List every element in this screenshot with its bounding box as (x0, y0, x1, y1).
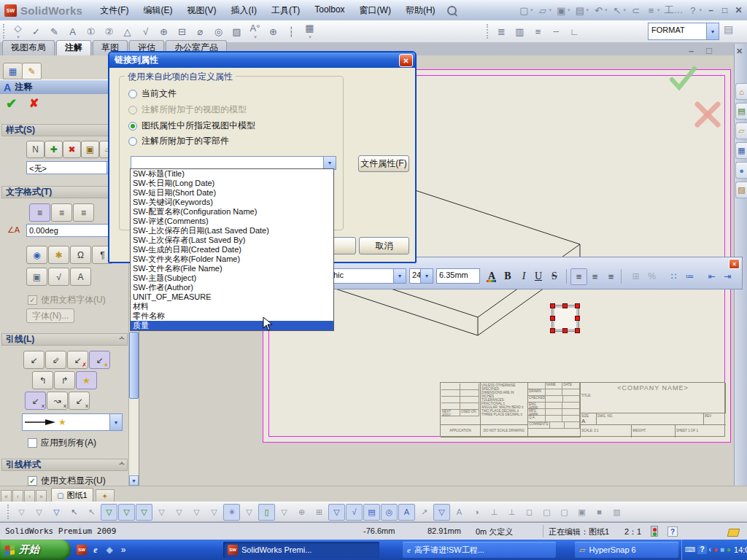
file-properties-button[interactable]: 文件属性(F) (358, 155, 409, 172)
angle-field[interactable]: 0.00deg (26, 224, 120, 237)
save-favorite-icon[interactable]: ▣ (81, 141, 99, 158)
menu-item-1[interactable]: 编辑(E) (136, 2, 180, 19)
chevron-down-icon[interactable]: ▾ (706, 23, 719, 39)
align-center-button[interactable]: ≡ (587, 268, 603, 285)
filter-surface-icon[interactable]: ▽ (328, 504, 345, 521)
arrow-style-combo[interactable]: ★ ▾ (22, 413, 123, 431)
document-restore-icon[interactable]: □ (706, 45, 712, 56)
invert-selection-icon[interactable]: ↖ (83, 504, 100, 521)
search-icon[interactable] (447, 6, 457, 15)
view-palette-icon[interactable]: ▦ (735, 142, 747, 159)
add-favorite-icon[interactable]: ✚ (44, 141, 63, 158)
align-left-icon[interactable]: ≡ (29, 203, 50, 222)
last-sheet-icon[interactable]: » (36, 490, 47, 502)
align-left-button[interactable]: ≡ (570, 268, 587, 285)
restore-button[interactable]: □ (719, 5, 731, 15)
chevron-down-icon[interactable]: ▾ (393, 269, 406, 283)
tag-icon[interactable] (727, 529, 740, 537)
display-tray-icon[interactable]: ● (727, 546, 731, 553)
property-list-item[interactable]: SW-标题(Title) (131, 169, 333, 179)
line-thickness-icon[interactable]: ≡ (529, 23, 547, 40)
menu-item-6[interactable]: 窗口(W) (352, 2, 398, 19)
no-leader-icon[interactable]: ↙✗ (67, 351, 88, 369)
chevron-down-icon[interactable]: ▾ (309, 34, 311, 40)
next-sheet-icon[interactable]: › (24, 490, 35, 502)
property-list-item[interactable]: SW-关键词(Keywords) (131, 198, 333, 207)
delete-favorite-icon[interactable]: ✖ (63, 141, 81, 158)
filter-leader-icon[interactable]: ↗ (416, 504, 433, 521)
propertymanager-tab[interactable]: ✎ (22, 63, 42, 79)
custom-properties-icon[interactable]: ▨ (735, 182, 747, 198)
scrollbar-thumb[interactable] (129, 332, 139, 399)
view-hlr-icon[interactable]: ▢ (556, 504, 573, 521)
filter-text-icon[interactable]: A (398, 504, 415, 521)
property-list-item[interactable]: SW-评述(Comments) (131, 217, 333, 226)
hole-callout-icon[interactable]: ⌀ (191, 23, 209, 40)
bent-leader-right-icon[interactable]: ↱ (54, 371, 75, 389)
surface-finish-icon[interactable]: △ (118, 23, 136, 40)
filter-plane-icon[interactable]: ▽ (188, 504, 205, 521)
filter-target-icon[interactable]: ⊥ (503, 504, 520, 521)
property-list-item[interactable]: SW-文件夹名称(Folder Name) (131, 254, 333, 264)
align-right-icon[interactable]: ≡ (73, 203, 94, 222)
view-hlv-icon[interactable]: ▢ (538, 504, 555, 521)
filter-datum-icon[interactable]: ⊥ (486, 504, 503, 521)
chevron-down-icon[interactable]: ▾ (623, 7, 626, 13)
border-icon[interactable]: ▣ (26, 268, 47, 286)
tab-视图布局[interactable]: 视图布局 (2, 40, 55, 55)
quick-more-icon[interactable]: » (117, 544, 129, 556)
property-list-item[interactable]: SW-作者(Author) (131, 283, 333, 292)
filter-faces-icon[interactable]: ▽ (136, 504, 152, 521)
style-combo[interactable]: <无> ▾ (26, 161, 120, 174)
property-list-item[interactable]: 材料 (131, 302, 333, 311)
outdent-icon[interactable]: ⇤ (704, 268, 719, 284)
minimize-button[interactable]: – (705, 5, 717, 15)
all-filters-icon[interactable]: ▽ (48, 504, 65, 521)
format-painter-icon[interactable]: ✎ (45, 23, 63, 40)
quick-tips-icon[interactable]: ? (667, 526, 678, 537)
document-minimize-icon[interactable]: – (689, 45, 694, 56)
quick-ie-icon[interactable]: e (90, 544, 101, 556)
filter-weld-icon[interactable]: ▽ (433, 504, 450, 521)
menu-item-3[interactable]: 插入(I) (224, 2, 264, 19)
first-sheet-icon[interactable]: « (1, 490, 12, 502)
security-tray-icon[interactable]: ● (713, 546, 718, 553)
chevron-down-icon[interactable]: ▾ (699, 7, 702, 13)
save-icon[interactable]: ▣▾ (554, 4, 572, 17)
radio-option-1[interactable]: 注解所附加于的视图的模型 (128, 104, 247, 115)
centerline-icon[interactable]: ┆ (282, 23, 301, 40)
taskbar-task-2[interactable]: ▱HyperSnap 6 (575, 542, 678, 558)
taskbar-task-1[interactable]: e高手请进!SW工程... (403, 542, 556, 558)
font-button[interactable]: 字体(N)... (26, 308, 74, 323)
filter-axis-icon[interactable]: ▽ (171, 504, 187, 521)
dialog-titlebar[interactable]: 链接到属性 ✕ (109, 52, 415, 68)
appearances-icon[interactable]: ● (735, 162, 747, 179)
pm-cancel-button[interactable]: ✘ (29, 96, 39, 110)
line-style-icon[interactable]: ╌ (547, 23, 565, 40)
property-list-item[interactable]: SW-文件名称(File Name) (131, 264, 333, 273)
new-icon[interactable]: ▢▾ (517, 4, 535, 17)
strikethrough-button[interactable]: S (547, 268, 562, 284)
weld-symbol-icon[interactable]: √ (136, 23, 155, 40)
stack-icon[interactable]: % (644, 268, 659, 284)
note-icon[interactable]: A (63, 23, 82, 40)
layer-format-combo[interactable]: FORMAT ▾ (648, 23, 719, 40)
center-mark-icon[interactable]: ⊕ (264, 23, 282, 40)
font-color-button[interactable]: A (484, 268, 499, 284)
text-height-field[interactable]: 6.35mm (436, 268, 480, 284)
chevron-down-icon[interactable]: ▾ (420, 269, 433, 283)
chevron-down-icon[interactable]: ▾ (605, 7, 608, 13)
chevron-down-icon[interactable]: ▾ (17, 34, 20, 40)
print-icon[interactable]: ▤▾ (573, 4, 590, 17)
filter-sketch-icon[interactable]: ▽ (206, 504, 222, 521)
sheet-tab[interactable]: ▢ 图纸1 (51, 488, 93, 502)
chevron-down-icon[interactable]: ▾ (549, 7, 551, 13)
file-explorer-icon[interactable]: ▱ (735, 122, 747, 139)
property-list-item[interactable]: SW-生成的日期(Created Date) (131, 245, 333, 254)
view-shaded-icon[interactable]: ■ (591, 504, 608, 521)
open-icon[interactable]: ▱▾ (535, 4, 553, 17)
underline-button[interactable]: U (531, 268, 546, 284)
help-icon[interactable]: ?▾ (686, 4, 703, 17)
add-sheet-tab[interactable]: ✦ (96, 489, 115, 502)
filter-toggle-icon[interactable]: ▽ (13, 504, 30, 521)
